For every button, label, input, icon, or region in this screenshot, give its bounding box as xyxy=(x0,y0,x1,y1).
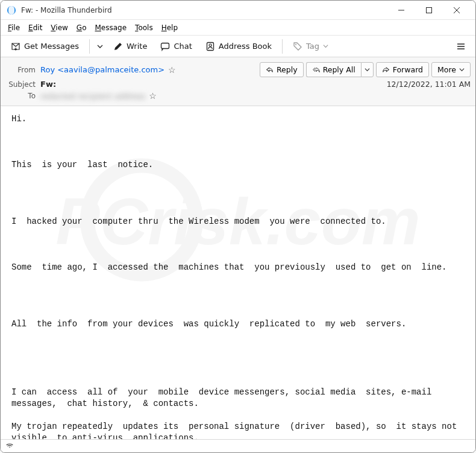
reply-all-dropdown[interactable] xyxy=(361,62,374,77)
reply-button[interactable]: Reply xyxy=(260,62,304,77)
subject-value: Fw: xyxy=(40,80,56,89)
subject-label: Subject xyxy=(5,80,36,89)
to-label: To xyxy=(5,92,36,100)
message-body-container: Hi. This is your last notice. I hacked y… xyxy=(1,106,475,439)
reply-icon xyxy=(266,66,274,74)
message-scroll[interactable]: Hi. This is your last notice. I hacked y… xyxy=(1,106,475,439)
svg-point-7 xyxy=(209,44,211,46)
window-controls xyxy=(389,2,469,18)
chevron-down-icon xyxy=(97,43,103,49)
chat-label: Chat xyxy=(174,42,192,51)
address-book-icon xyxy=(205,42,215,51)
message-body: Hi. This is your last notice. I hacked y… xyxy=(1,106,475,439)
get-messages-dropdown[interactable] xyxy=(95,40,105,52)
reply-all-icon xyxy=(312,66,320,74)
status-bar xyxy=(1,439,475,452)
to-value[interactable]: redacted recipient address xyxy=(40,92,145,101)
chevron-down-icon xyxy=(365,67,370,72)
app-menu-button[interactable] xyxy=(451,39,471,54)
maximize-button[interactable] xyxy=(416,2,442,18)
hamburger-icon xyxy=(456,42,466,51)
address-book-label: Address Book xyxy=(219,42,272,51)
from-value[interactable]: Roy <aavila@palmaceite.com> xyxy=(40,65,164,74)
forward-icon xyxy=(382,66,390,74)
window-titlebar: Fw: - Mozilla Thunderbird xyxy=(1,1,475,20)
forward-label: Forward xyxy=(393,65,423,74)
tag-label: Tag xyxy=(306,42,319,51)
svg-rect-2 xyxy=(427,7,432,13)
from-label: From xyxy=(5,66,36,74)
chat-button[interactable]: Chat xyxy=(155,39,197,54)
toolbar: Get Messages Write Chat Address Book Tag xyxy=(1,36,475,57)
message-datetime: 12/12/2022, 11:01 AM xyxy=(387,80,471,89)
chevron-down-icon xyxy=(459,67,465,72)
menu-bar: File Edit View Go Message Tools Help xyxy=(1,20,475,36)
menu-edit[interactable]: Edit xyxy=(25,22,46,34)
write-button[interactable]: Write xyxy=(108,39,152,54)
menu-message[interactable]: Message xyxy=(91,22,130,34)
close-button[interactable] xyxy=(444,2,469,18)
get-messages-button[interactable]: Get Messages xyxy=(5,39,84,54)
address-book-button[interactable]: Address Book xyxy=(200,39,277,54)
reply-all-button[interactable]: Reply All xyxy=(306,62,361,77)
separator xyxy=(282,39,283,54)
message-header: From Roy <aavila@palmaceite.com> ☆ Reply… xyxy=(1,57,475,106)
menu-view[interactable]: View xyxy=(47,22,71,34)
reply-all-label: Reply All xyxy=(323,65,355,74)
svg-rect-5 xyxy=(161,43,169,48)
more-label: More xyxy=(437,65,456,74)
get-messages-label: Get Messages xyxy=(24,42,79,51)
menu-help[interactable]: Help xyxy=(158,22,181,34)
pencil-icon xyxy=(113,42,123,51)
download-icon xyxy=(11,42,20,51)
tag-button[interactable]: Tag xyxy=(287,39,334,54)
chevron-down-icon xyxy=(323,43,328,49)
tag-icon xyxy=(293,42,302,51)
star-contact-icon[interactable]: ☆ xyxy=(149,91,157,101)
window-title: Fw: - Mozilla Thunderbird xyxy=(21,6,389,14)
chat-icon xyxy=(160,42,170,51)
forward-button[interactable]: Forward xyxy=(376,62,429,77)
menu-file[interactable]: File xyxy=(4,22,23,34)
svg-point-8 xyxy=(295,44,296,45)
message-actions: Reply Reply All Forward More xyxy=(260,62,471,77)
menu-go[interactable]: Go xyxy=(73,22,90,34)
reply-label: Reply xyxy=(277,65,298,74)
write-label: Write xyxy=(127,42,147,51)
more-button[interactable]: More xyxy=(431,62,471,77)
minimize-button[interactable] xyxy=(389,2,414,18)
online-status-icon[interactable] xyxy=(5,441,14,451)
separator xyxy=(89,39,90,54)
app-icon xyxy=(7,5,16,15)
star-contact-icon[interactable]: ☆ xyxy=(168,65,176,75)
menu-tools[interactable]: Tools xyxy=(131,22,157,34)
